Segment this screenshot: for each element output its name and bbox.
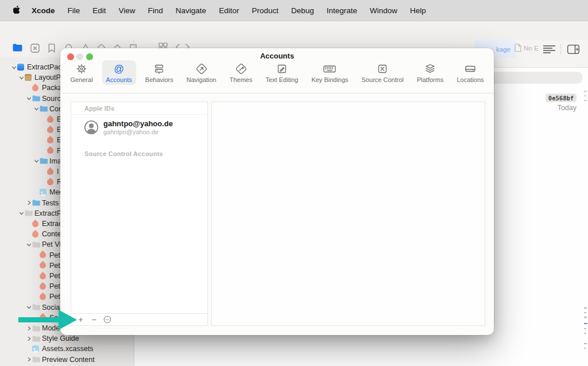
chevron-down-icon[interactable] <box>33 158 40 163</box>
tab-text-editing[interactable]: Text Editing <box>262 60 303 85</box>
screen: XcodeFileEditViewFindNavigateEditorProdu… <box>0 0 588 366</box>
behaviors-icon <box>153 63 165 75</box>
tab-accounts[interactable]: @Accounts <box>102 60 136 85</box>
tab-key-bindings[interactable]: Key Bindings <box>307 60 352 85</box>
folder-blue-icon <box>32 200 42 206</box>
platforms-icon <box>424 63 436 75</box>
ellipsis-circle-icon[interactable] <box>100 316 114 324</box>
sidebar-item-label: ExtractPack <box>27 63 65 71</box>
preferences-tab-bar: General@AccountsBehaviorsNavigationTheme… <box>60 60 494 85</box>
menu-debug[interactable]: Debug <box>285 6 320 15</box>
sidebar-item[interactable]: Assets.xcassets <box>0 344 134 354</box>
swift-file-icon <box>40 294 49 300</box>
tab-label: Navigation <box>187 76 216 83</box>
apple-logo-icon[interactable] <box>8 5 25 16</box>
project-navigator-icon[interactable] <box>13 44 22 54</box>
menu-find[interactable]: Find <box>142 6 169 15</box>
folder-gray-icon <box>25 210 34 216</box>
document-icon <box>514 44 521 52</box>
menu-product[interactable]: Product <box>245 6 285 15</box>
tab-label: Accounts <box>106 76 132 83</box>
chevron-down-icon[interactable] <box>18 211 25 216</box>
menu-file[interactable]: File <box>61 6 87 15</box>
navigation-icon <box>195 63 208 75</box>
source-control-navigator-icon[interactable] <box>30 44 40 55</box>
menu-edit[interactable]: Edit <box>86 6 112 15</box>
inspector-filter-field[interactable] <box>487 72 582 84</box>
sidebar-item-label: Cor <box>49 105 61 113</box>
sidebar-item-label: Ima <box>49 157 61 165</box>
menu-window[interactable]: Window <box>363 6 404 15</box>
tab-label: Source Control <box>362 76 404 83</box>
bookmark-navigator-icon[interactable] <box>48 44 55 55</box>
minimap-mark <box>584 307 587 309</box>
commit-date-label: Today <box>528 104 577 112</box>
themes-icon <box>235 63 247 75</box>
remove-account-button[interactable]: − <box>87 314 100 325</box>
chevron-down-icon[interactable] <box>18 75 25 80</box>
chevron-right-icon[interactable] <box>25 357 32 362</box>
swift-file-icon <box>40 283 49 290</box>
folder-gray-icon <box>32 336 42 342</box>
assets-icon <box>32 345 42 352</box>
at-icon: @ <box>114 63 124 75</box>
source-control-accounts-header: Source Control Accounts <box>71 147 207 159</box>
chevron-down-icon[interactable] <box>25 242 32 247</box>
tab-source-control[interactable]: Source Control <box>358 60 408 85</box>
swift-file-icon <box>32 85 42 91</box>
minimap-mark <box>584 317 587 318</box>
folder-gray-icon <box>32 356 42 363</box>
menu-navigate[interactable]: Navigate <box>169 6 212 15</box>
account-list-item[interactable]: gahntpo@yahoo.de gahntpo@yahoo.de <box>71 115 207 141</box>
tab-navigation[interactable]: Navigation <box>183 60 220 85</box>
tab-platforms[interactable]: Platforms <box>413 60 447 85</box>
menu-bar: XcodeFileEditViewFindNavigateEditorProdu… <box>0 0 588 21</box>
main-toolbar: ExtractPackageProject main ❯ iPhon Finis… <box>0 21 588 40</box>
tab-label: Behaviors <box>145 76 173 83</box>
locations-icon <box>464 63 477 75</box>
minimap-mark <box>584 348 586 349</box>
gear-icon <box>76 63 87 75</box>
add-editor-icon[interactable] <box>567 45 579 56</box>
folder-gray-icon <box>32 242 42 248</box>
source-control-icon <box>377 63 388 75</box>
commit-hash-badge[interactable]: 0e568bf <box>546 94 577 102</box>
tab-general[interactable]: General <box>66 60 96 85</box>
chevron-down-icon[interactable] <box>33 106 40 111</box>
sidebar-item-label: Style Guide <box>42 334 79 342</box>
chevron-down-icon[interactable] <box>25 96 32 101</box>
alignment-lines-icon[interactable] <box>543 45 555 56</box>
menu-integrate[interactable]: Integrate <box>320 6 363 15</box>
no-editor-label: No E <box>524 45 539 52</box>
minimap-mark <box>584 100 587 101</box>
menu-xcode[interactable]: Xcode <box>25 6 61 15</box>
minimap-mark <box>584 323 587 324</box>
tab-themes[interactable]: Themes <box>226 60 257 85</box>
menu-view[interactable]: View <box>113 6 142 15</box>
menu-editor[interactable]: Editor <box>212 6 245 15</box>
chevron-down-icon[interactable] <box>10 65 17 70</box>
sidebar-item-label: Conte <box>42 230 61 238</box>
chevron-right-icon[interactable] <box>25 200 32 205</box>
editor-minimap[interactable] <box>583 68 588 366</box>
tab-behaviors[interactable]: Behaviors <box>141 60 177 85</box>
folder-blue-icon <box>32 95 42 102</box>
tab-label: Locations <box>457 76 483 83</box>
menu-help[interactable]: Help <box>404 6 432 15</box>
tab-label: Key Bindings <box>311 76 348 83</box>
key-bindings-icon <box>323 63 336 75</box>
swift-file-icon <box>47 137 57 143</box>
swift-file-icon <box>47 127 57 133</box>
tab-label: Themes <box>230 76 253 83</box>
sidebar-item-label: Sourc <box>42 95 61 103</box>
tab-locations[interactable]: Locations <box>452 60 488 85</box>
tab-label: General <box>70 76 92 83</box>
swift-file-icon <box>32 231 42 237</box>
chevron-right-icon[interactable] <box>25 336 32 341</box>
sidebar-item[interactable]: Preview Content <box>0 355 134 365</box>
swift-file-icon <box>40 252 49 258</box>
person-avatar-icon <box>84 120 99 135</box>
account-detail-panel <box>211 102 485 326</box>
minimap-mark <box>584 91 587 92</box>
sidebar-item-label: I <box>57 168 59 176</box>
